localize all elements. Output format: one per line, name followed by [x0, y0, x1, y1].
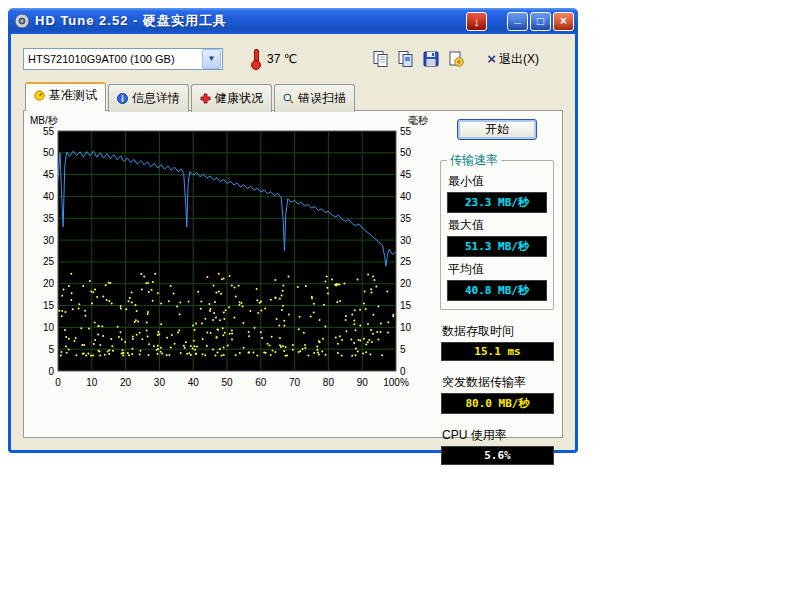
svg-text:40: 40 [43, 191, 55, 202]
minimize-icon: _ [514, 11, 521, 26]
min-value: 23.3 MB/秒 [447, 192, 547, 213]
svg-text:25: 25 [43, 256, 55, 267]
avg-label: 平均值 [448, 261, 547, 278]
scan-icon [283, 93, 294, 104]
titlebar[interactable]: HD Tune 2.52 - 硬盘实用工具 ↓ _ □ × [8, 8, 578, 34]
tab-benchmark[interactable]: 基准测试 [25, 82, 106, 111]
svg-text:40: 40 [188, 377, 200, 388]
access-time-row: 数据存取时间 15.1 ms [441, 321, 554, 361]
svg-text:35: 35 [43, 213, 55, 224]
tab-health[interactable]: 健康状况 [191, 84, 272, 112]
svg-text:50: 50 [43, 147, 55, 158]
client-area: HTS721010G9AT00 (100 GB) ▼ 37 ℃ [11, 34, 575, 450]
avg-value: 40.8 MB/秒 [447, 280, 547, 301]
close-button[interactable]: × [553, 12, 574, 31]
svg-text:0: 0 [55, 377, 61, 388]
info-icon [117, 93, 128, 104]
min-label: 最小值 [448, 173, 547, 190]
svg-text:30: 30 [400, 235, 412, 246]
tab-error-scan[interactable]: 错误扫描 [274, 84, 355, 112]
window-title: HD Tune 2.52 - 硬盘实用工具 [35, 12, 227, 30]
svg-text:10: 10 [43, 322, 55, 333]
max-label: 最大值 [448, 217, 547, 234]
save-icon [422, 50, 440, 68]
svg-text:MB/秒: MB/秒 [30, 115, 59, 126]
cpu-usage-value: 5.6% [441, 446, 554, 465]
svg-text:10: 10 [400, 322, 412, 333]
svg-text:0: 0 [48, 366, 54, 377]
export-icon [447, 50, 465, 68]
svg-text:5: 5 [48, 344, 54, 355]
svg-text:70: 70 [289, 377, 301, 388]
tab-info[interactable]: 信息详情 [108, 84, 189, 112]
svg-text:50: 50 [400, 147, 412, 158]
hdtune-window: HD Tune 2.52 - 硬盘实用工具 ↓ _ □ × HTS721010G… [8, 8, 578, 453]
copy-screenshot-icon [397, 50, 415, 68]
transfer-rate-group: 传输速率 最小值 23.3 MB/秒 最大值 51.3 MB/秒 平均值 40.… [440, 152, 554, 310]
svg-text:5: 5 [400, 344, 406, 355]
access-time-label: 数据存取时间 [442, 323, 554, 340]
cpu-usage-row: CPU 使用率 5.6% [441, 425, 554, 465]
minimize-button[interactable]: _ [507, 12, 528, 31]
chevron-down-icon[interactable]: ▼ [202, 49, 221, 69]
svg-text:20: 20 [400, 278, 412, 289]
svg-text:55: 55 [400, 126, 412, 137]
svg-text:25: 25 [400, 256, 412, 267]
exit-x-icon: × [487, 53, 496, 65]
tab-label: 基准测试 [49, 87, 97, 104]
temperature-value: 37 ℃ [267, 52, 297, 66]
min-row: 最小值 23.3 MB/秒 [447, 173, 547, 213]
svg-text:20: 20 [43, 278, 55, 289]
avg-row: 平均值 40.8 MB/秒 [447, 261, 547, 301]
transfer-rate-title: 传输速率 [447, 152, 501, 169]
access-time-value: 15.1 ms [441, 342, 554, 361]
toolbar: HTS721010G9AT00 (100 GB) ▼ 37 ℃ [23, 44, 563, 74]
svg-text:90: 90 [357, 377, 369, 388]
svg-text:15: 15 [43, 300, 55, 311]
svg-text:15: 15 [400, 300, 412, 311]
cpu-usage-label: CPU 使用率 [442, 427, 554, 444]
save-button[interactable] [420, 48, 442, 70]
health-icon [200, 93, 211, 104]
max-row: 最大值 51.3 MB/秒 [447, 217, 547, 257]
tab-label: 健康状况 [215, 90, 263, 107]
copy-button[interactable] [370, 48, 392, 70]
benchmark-chart: 0055101015152020252530303535404045455050… [28, 113, 430, 405]
benchmark-icon [34, 90, 45, 101]
svg-text:30: 30 [43, 235, 55, 246]
svg-text:30: 30 [154, 377, 166, 388]
start-button[interactable]: 开始 [457, 119, 537, 140]
burst-rate-value: 80.0 MB/秒 [441, 393, 554, 414]
copy-screenshot-button[interactable] [395, 48, 417, 70]
svg-text:20: 20 [120, 377, 132, 388]
results-panel: 开始 传输速率 最小值 23.3 MB/秒 最大值 51.3 MB/秒 平均值 … [438, 111, 562, 437]
svg-text:0: 0 [400, 366, 406, 377]
download-button[interactable]: ↓ [466, 12, 487, 31]
exit-label: 退出(X) [499, 51, 539, 68]
drive-select-value: HTS721010G9AT00 (100 GB) [24, 53, 201, 65]
burst-rate-row: 突发数据传输率 80.0 MB/秒 [441, 372, 554, 414]
svg-text:50: 50 [221, 377, 233, 388]
svg-text:55: 55 [43, 126, 55, 137]
svg-text:60: 60 [255, 377, 267, 388]
tab-strip: 基准测试 信息详情 健康状况 [23, 82, 563, 110]
svg-text:80: 80 [323, 377, 335, 388]
benchmark-panel: 0055101015152020252530303535404045455050… [23, 110, 563, 438]
copy-icon [372, 50, 390, 68]
export-button[interactable] [445, 48, 467, 70]
drive-select[interactable]: HTS721010G9AT00 (100 GB) ▼ [23, 48, 223, 70]
thermometer-icon [251, 49, 261, 70]
svg-text:10: 10 [86, 377, 98, 388]
tab-label: 错误扫描 [298, 90, 346, 107]
maximize-button[interactable]: □ [530, 12, 551, 31]
exit-button[interactable]: × 退出(X) [481, 50, 545, 69]
tab-label: 信息详情 [132, 90, 180, 107]
svg-text:45: 45 [400, 169, 412, 180]
svg-text:45: 45 [43, 169, 55, 180]
svg-text:35: 35 [400, 213, 412, 224]
app-icon [14, 13, 30, 29]
max-value: 51.3 MB/秒 [447, 236, 547, 257]
svg-text:毫秒: 毫秒 [408, 115, 429, 126]
svg-text:40: 40 [400, 191, 412, 202]
burst-rate-label: 突发数据传输率 [442, 374, 554, 391]
